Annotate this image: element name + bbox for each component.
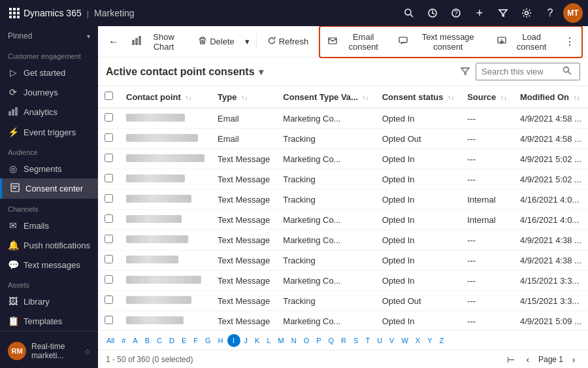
checkbox-header[interactable] (98, 86, 120, 108)
table-row[interactable]: Text Message Marketing Co... Opted In --… (98, 149, 588, 169)
alpha-btn-x[interactable]: X (412, 335, 423, 346)
alpha-btn-f[interactable]: F (190, 335, 201, 346)
col-consent-status[interactable]: Consent status ↑↓ (376, 86, 461, 108)
alpha-btn-d[interactable]: D (166, 335, 178, 346)
sidebar-item-emails[interactable]: ✉ Emails (0, 216, 98, 235)
delete-dropdown-button[interactable]: ▾ (242, 34, 252, 49)
sidebar-item-library[interactable]: 🖼 Library (0, 292, 98, 311)
settings-icon[interactable] (516, 3, 537, 24)
prev-page-button[interactable]: ‹ (521, 353, 534, 366)
back-button[interactable]: ← (103, 33, 124, 50)
sidebar-item-label: Event triggers (24, 127, 76, 137)
recent-icon[interactable] (422, 3, 443, 24)
alpha-btn-#[interactable]: # (118, 335, 129, 346)
sidebar-item-get-started[interactable]: ▷ Get started (0, 63, 98, 82)
table-row[interactable]: Text Message Marketing Co... Opted In --… (98, 230, 588, 250)
refresh-button[interactable]: Refresh (261, 32, 316, 51)
row-checkbox[interactable] (98, 108, 120, 129)
row-checkbox[interactable] (98, 210, 120, 230)
table-row[interactable]: Text Message Marketing Co... Opted In In… (98, 210, 588, 230)
row-checkbox[interactable] (98, 311, 120, 331)
alpha-btn-b[interactable]: B (142, 335, 153, 346)
row-checkbox[interactable] (98, 129, 120, 149)
sidebar-item-push-notifications[interactable]: 🔔 Push notifications (0, 235, 98, 255)
push-notifications-icon: 🔔 (8, 240, 18, 250)
pagination: ⊢ ‹ Page 1 › (504, 353, 580, 366)
alpha-btn-h[interactable]: H (215, 335, 227, 346)
alpha-btn-s[interactable]: S (350, 335, 361, 346)
next-page-button[interactable]: › (567, 353, 580, 366)
alpha-btn-i[interactable]: I (227, 334, 240, 347)
row-checkbox[interactable] (98, 149, 120, 169)
alpha-btn-w[interactable]: W (398, 335, 411, 346)
alpha-btn-a[interactable]: A (129, 335, 140, 346)
sidebar-item-analytics[interactable]: Analytics (0, 102, 98, 122)
alpha-btn-g[interactable]: G (202, 335, 214, 346)
consent-more-button[interactable]: ⋮ (561, 33, 579, 50)
table-row[interactable]: Text Message Tracking Opted Out --- 4/15… (98, 291, 588, 311)
col-source[interactable]: Source ↑↓ (461, 86, 514, 108)
show-chart-button[interactable]: Show Chart (125, 28, 190, 56)
table-row[interactable]: Text Message Marketing Co... Opted In --… (98, 311, 588, 331)
row-checkbox[interactable] (98, 230, 120, 250)
row-checkbox[interactable] (98, 190, 120, 210)
text-message-consent-button[interactable]: Text message consent (393, 29, 491, 55)
sidebar-item-templates[interactable]: 📋 Templates (0, 311, 98, 331)
col-contact-point[interactable]: Contact point ↑↓ (120, 86, 211, 108)
alpha-btn-v[interactable]: V (386, 335, 397, 346)
alpha-btn-y[interactable]: Y (424, 335, 435, 346)
table-row[interactable]: Text Message Tracking Opted In --- 4/9/2… (98, 250, 588, 271)
first-page-button[interactable]: ⊢ (504, 353, 517, 366)
alpha-btn-e[interactable]: E (178, 335, 189, 346)
pinned-header[interactable]: Pinned ▾ (0, 26, 98, 46)
question-icon[interactable]: ? (540, 3, 561, 24)
alpha-btn-u[interactable]: U (374, 335, 385, 346)
col-consent-type[interactable]: Consent Type Va... ↑↓ (276, 86, 375, 108)
delete-button[interactable]: Delete (191, 32, 241, 51)
row-checkbox[interactable] (98, 271, 120, 291)
alpha-btn-n[interactable]: N (288, 335, 300, 346)
col-modified-on[interactable]: Modified On ↑↓ (514, 86, 588, 108)
table-row[interactable]: Text Message Tracking Opted In Internal … (98, 190, 588, 210)
col-type[interactable]: Type ↑↓ (211, 86, 276, 108)
sidebar-item-event-triggers[interactable]: ⚡ Event triggers (0, 122, 98, 142)
view-title-chevron[interactable]: ▾ (259, 67, 263, 77)
alpha-btn-c[interactable]: C (154, 335, 165, 346)
row-consent-type: Marketing Co... (276, 271, 375, 291)
alpha-btn-q[interactable]: Q (325, 335, 338, 346)
load-consent-button[interactable]: Load consent (492, 29, 559, 55)
alpha-btn-m[interactable]: M (275, 335, 287, 346)
alpha-btn-p[interactable]: P (313, 335, 324, 346)
new-icon[interactable]: + (469, 3, 490, 24)
sidebar-item-consent-center[interactable]: Consent center (0, 178, 98, 199)
row-type: Text Message (211, 149, 276, 169)
alpha-btn-o[interactable]: O (301, 335, 313, 346)
alpha-btn-j[interactable]: J (241, 335, 252, 346)
alpha-btn-z[interactable]: Z (436, 335, 448, 346)
row-checkbox[interactable] (98, 250, 120, 271)
email-consent-button[interactable]: Email consent (323, 29, 392, 55)
apps-icon[interactable] (5, 4, 24, 22)
avatar[interactable]: MT (563, 3, 583, 23)
sidebar-item-text-messages[interactable]: 💬 Text messages (0, 255, 98, 275)
table-row[interactable]: Text Message Marketing Co... Opted In --… (98, 271, 588, 291)
sidebar-bottom-item[interactable]: RM Real-time marketi... ◇ (0, 337, 98, 365)
alpha-btn-r[interactable]: R (338, 335, 350, 346)
search-icon[interactable] (399, 3, 419, 24)
filter-button[interactable] (460, 65, 470, 78)
alpha-btn-all[interactable]: All (103, 335, 118, 346)
row-checkbox[interactable] (98, 169, 120, 190)
alpha-btn-k[interactable]: K (252, 335, 263, 346)
filter-icon[interactable] (493, 3, 514, 24)
search-input[interactable] (482, 67, 560, 76)
sidebar-item-segments[interactable]: ◎ Segments (0, 159, 98, 178)
table-row[interactable]: Email Marketing Co... Opted In --- 4/9/2… (98, 108, 588, 129)
help-icon[interactable]: ? (446, 3, 466, 24)
table-row[interactable]: Email Tracking Opted Out --- 4/9/2021 4:… (98, 129, 588, 149)
table-row[interactable]: Text Message Tracking Opted In --- 4/9/2… (98, 169, 588, 190)
row-checkbox[interactable] (98, 291, 120, 311)
alpha-btn-t[interactable]: T (362, 335, 373, 346)
alpha-btn-l[interactable]: L (263, 335, 274, 346)
select-all-checkbox[interactable] (105, 92, 113, 100)
sidebar-item-journeys[interactable]: ⟳ Journeys (0, 82, 98, 102)
